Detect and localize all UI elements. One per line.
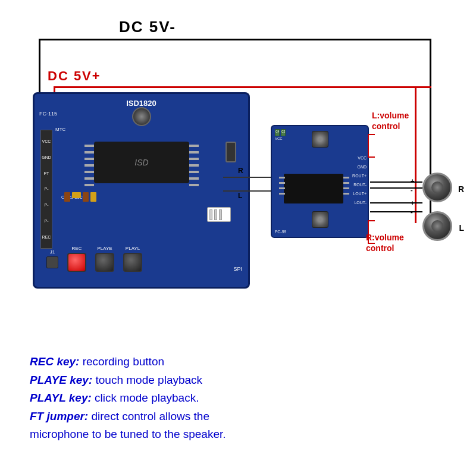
rec-group: REC (67, 246, 86, 272)
spk-wire-3 (370, 202, 422, 203)
ft-key: FT jumper: (30, 410, 88, 422)
buttons-row: J1 REC PLAYE PLAYL (46, 246, 243, 272)
ic-pin (189, 151, 199, 154)
small-components (64, 192, 96, 202)
rec-value: recording button (79, 355, 164, 368)
pin-vcc: VCC (42, 139, 51, 143)
wire-label-l: L (238, 192, 242, 200)
microphone-component (132, 107, 151, 126)
ic-chip: ISD (94, 142, 189, 183)
ic-chip-label: ISD (134, 158, 148, 167)
pot-bottom (312, 211, 328, 228)
j1-group: J1 (46, 249, 58, 268)
playl-key: PLAYL key: (30, 392, 92, 404)
speaker-l-inner (431, 220, 443, 232)
spk-wire-4 (370, 211, 422, 212)
amp-pin (343, 193, 349, 195)
cap3 (90, 192, 96, 202)
amp-ic (284, 174, 343, 203)
white-connector (207, 207, 231, 222)
page-container: DC 5V- DC 5V+ ISD1820 FC-115 VCC GND FT (0, 0, 476, 476)
vol-label-top: L:volumecontrol (372, 110, 409, 131)
conn-pin (209, 209, 212, 220)
small-caps: C4 C2 (275, 129, 286, 136)
small-cap: C4 (275, 129, 280, 136)
small-cap: C2 (281, 129, 286, 136)
fc99-label: FC-99 (275, 230, 286, 234)
fc-label: FC-115 (39, 111, 57, 117)
port-vcc: VCC (352, 156, 367, 160)
speaker-l-label: L (459, 223, 464, 233)
main-board: ISD1820 FC-115 VCC GND FT P- P- P- REC I… (33, 92, 250, 289)
minus-sign-1: - (411, 186, 413, 193)
wire-r (223, 177, 274, 178)
dc-plus-label: DC 5V+ (48, 68, 101, 84)
amp-right-labels: VCC GND ROUT+ ROUT- LOUT+ LOUT- (352, 156, 367, 205)
desc-ft-1: FT jumper: direct control allows the (30, 409, 446, 425)
playe-button[interactable] (95, 253, 114, 272)
bracket-bottom (368, 220, 375, 244)
capacitor (226, 142, 236, 162)
amp-pin (343, 187, 349, 189)
res1 (72, 192, 81, 198)
plus-sign-1: + (411, 177, 414, 184)
ic-pin (84, 145, 94, 147)
vcc-label-amp: VCC (275, 137, 283, 140)
speaker-r: R (422, 173, 455, 205)
minus-sign-2: - (411, 208, 413, 215)
pin-p1: P- (45, 187, 49, 191)
ic-pin (84, 164, 94, 167)
ic-pin (84, 184, 94, 186)
pot-top (312, 131, 328, 148)
pin-ft: FT (44, 171, 49, 176)
speaker-r-inner (431, 181, 443, 193)
ic-pin (84, 177, 94, 180)
ic-pin (84, 151, 94, 154)
amp-pin (279, 182, 285, 184)
wiring-section: DC 5V- DC 5V+ ISD1820 FC-115 VCC GND FT (0, 0, 476, 345)
desc-playe: PLAYE key: touch mode playback (30, 372, 446, 389)
rec-button[interactable] (67, 253, 86, 272)
ft-continuation: microphone to be tuned to the speaker. (30, 428, 226, 440)
rec-key: REC key: (30, 355, 79, 368)
playe-label: PLAYE (97, 246, 112, 251)
ic-pin (84, 158, 94, 160)
desc-rec: REC key: recording button (30, 354, 446, 370)
ft-value: direct control allows the (88, 410, 209, 422)
ic-pin (189, 184, 199, 186)
ic-pins-right (189, 145, 199, 186)
ic-pin (189, 164, 199, 167)
wire-l (223, 190, 274, 192)
pin-gnd: GND (42, 155, 51, 159)
amp-pin (279, 193, 285, 195)
spk-wire-2 (370, 187, 422, 189)
playe-key: PLAYE key: (30, 374, 92, 386)
playl-button[interactable] (123, 253, 142, 272)
pin-p3: P- (45, 219, 49, 223)
port-rout-plus: ROUT+ (352, 174, 367, 178)
playl-value: click mode playback. (92, 392, 199, 404)
amp-pin (343, 182, 349, 184)
j1-label: J1 (50, 249, 55, 255)
speaker-l: L (422, 211, 455, 244)
ic-pin (189, 171, 199, 173)
connector-pins (208, 208, 230, 222)
conn-pin (214, 209, 217, 220)
amp-pin (279, 177, 285, 178)
cap2 (83, 192, 89, 202)
speaker-l-circle (422, 211, 452, 241)
speaker-r-label: R (458, 184, 464, 194)
speaker-r-circle (422, 173, 452, 202)
amp-pin (343, 177, 349, 178)
spk-wire-1 (370, 181, 422, 183)
mtc-label: MTC (55, 127, 65, 132)
pot-bottom-group (312, 211, 328, 228)
playl-label: PLAYL (126, 246, 140, 251)
ic-pin (189, 177, 199, 180)
dc-minus-label: DC 5V- (119, 18, 176, 36)
wire-black-top (39, 39, 431, 40)
wire-label-r: R (238, 167, 243, 175)
port-gnd: GND (352, 165, 367, 169)
pot-top-group (312, 131, 328, 148)
wire-red-top (54, 86, 431, 88)
